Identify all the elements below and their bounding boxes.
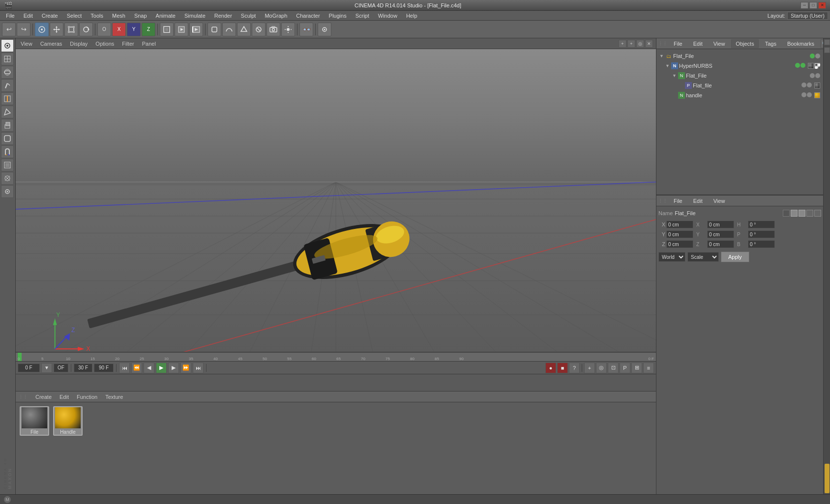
vp-menu-view[interactable]: View — [19, 40, 34, 47]
attrs-scale-select[interactable]: Scale Rotation — [687, 252, 719, 262]
render-region-btn[interactable] — [160, 23, 174, 36]
obj-vis-dot-flatfile-child[interactable] — [810, 73, 815, 78]
undo-btn[interactable]: ↩ — [2, 23, 16, 36]
stop-btn[interactable]: ■ — [557, 363, 568, 373]
obj-row-flat-file-poly[interactable]: ▶ P Flat_file — [658, 81, 821, 90]
tab-file[interactable]: File — [669, 39, 687, 48]
coord-z-pos[interactable] — [666, 240, 693, 248]
frame-down-btn[interactable]: ▼ — [41, 363, 52, 373]
attrs-icon-2[interactable] — [791, 210, 798, 217]
layout-dropdown[interactable]: Startup (User) — [787, 12, 828, 20]
polys-mode-btn[interactable]: Z — [142, 23, 155, 36]
prev-frame-btn[interactable]: ⏪ — [131, 363, 142, 373]
attrs-tab-view[interactable]: View — [709, 196, 730, 205]
next-frame-btn[interactable]: ⏩ — [180, 363, 191, 373]
menu-file[interactable]: File — [2, 12, 19, 20]
tab-view[interactable]: View — [709, 39, 730, 48]
rotate-btn[interactable] — [79, 23, 93, 36]
magnet-btn[interactable] — [1, 145, 14, 158]
obj-render-dot-hypernurbs[interactable] — [800, 63, 805, 68]
material-file[interactable]: File — [20, 406, 49, 436]
menu-tools[interactable]: Tools — [87, 12, 107, 20]
vp-ctrl-close[interactable]: ✕ — [645, 40, 653, 48]
record-btn[interactable]: ● — [545, 363, 556, 373]
play-btn[interactable]: ▶ — [156, 363, 167, 373]
obj-render-dot-poly[interactable] — [807, 83, 812, 87]
prev-key-btn[interactable]: ◀ — [144, 363, 154, 373]
menu-script[interactable]: Script — [352, 12, 373, 20]
glasses-btn[interactable]: 👓 — [299, 23, 313, 36]
knife-btn[interactable] — [1, 79, 14, 92]
next-key-btn[interactable]: ▶ — [168, 363, 179, 373]
coord-x-pos[interactable] — [666, 221, 693, 228]
fps-field[interactable] — [74, 364, 92, 372]
mat-menu-function[interactable]: Function — [75, 393, 99, 400]
obj-row-flatfile-child[interactable]: ▼ N Flat_File — [658, 71, 821, 81]
obj-vis-dot[interactable] — [810, 54, 815, 58]
menu-render[interactable]: Render — [210, 12, 236, 20]
frame-of-field[interactable] — [54, 364, 68, 372]
attrs-tab-file[interactable]: File — [669, 196, 687, 205]
apply-button[interactable]: Apply — [721, 252, 749, 262]
edge-loop-btn[interactable] — [1, 66, 14, 79]
current-frame-field[interactable] — [18, 364, 40, 372]
live-selection-btn[interactable] — [35, 23, 49, 36]
motion-btn[interactable]: P — [620, 363, 630, 373]
camera-btn[interactable] — [267, 23, 280, 36]
menu-create[interactable]: Create — [38, 12, 62, 20]
settings-btn[interactable] — [1, 185, 14, 198]
menu-snap[interactable]: Snap — [130, 12, 151, 20]
mat-menu-edit[interactable]: Edit — [58, 393, 71, 400]
menu-simulate[interactable]: Simulate — [180, 12, 209, 20]
obj-render-dot[interactable] — [815, 54, 820, 58]
viewport[interactable]: View Cameras Display Options Filter Pane… — [16, 38, 656, 352]
vp-menu-filter[interactable]: Filter — [120, 40, 136, 47]
menu-edit[interactable]: Edit — [20, 12, 37, 20]
object-mode-btn[interactable]: O — [97, 23, 111, 36]
edge-orange-tab[interactable] — [825, 464, 830, 493]
spline-btn[interactable] — [222, 23, 236, 36]
obj-row-hypernurbs[interactable]: ▼ N HyperNURBS — [658, 61, 821, 71]
vp-ctrl-full[interactable]: ◎ — [636, 40, 644, 48]
redo-btn[interactable]: ↪ — [17, 23, 30, 36]
attrs-icon-1[interactable] — [783, 210, 790, 217]
extrude-btn[interactable] — [1, 119, 14, 132]
vp-menu-panel[interactable]: Panel — [140, 40, 158, 47]
light-btn[interactable] — [281, 23, 295, 36]
bevel-btn[interactable] — [1, 132, 14, 145]
minimize-btn[interactable]: ─ — [800, 2, 808, 9]
coord-b-val[interactable] — [748, 240, 775, 248]
menu-window[interactable]: Window — [374, 12, 401, 20]
tab-objects[interactable]: Objects — [731, 39, 758, 48]
coord-h-val[interactable] — [748, 221, 775, 228]
attrs-icon-4[interactable] — [806, 210, 813, 217]
coord-p-val[interactable] — [748, 230, 775, 238]
vp-menu-options[interactable]: Options — [93, 40, 116, 47]
tab-bookmarks[interactable]: Bookmarks — [783, 39, 819, 48]
menu-select[interactable]: Select — [63, 12, 86, 20]
menu-plugins[interactable]: Plugins — [325, 12, 351, 20]
obj-row-flatfile-root[interactable]: ▼ 🗂 Flat_File — [658, 51, 821, 61]
scale-btn[interactable] — [64, 23, 78, 36]
obj-render-dot-flatfile-child[interactable] — [815, 73, 820, 78]
obj-vis-dot-poly[interactable] — [801, 83, 806, 87]
coord-y-pos[interactable] — [666, 230, 693, 238]
generator-btn[interactable] — [237, 23, 251, 36]
mesh-tools-btn[interactable] — [1, 53, 14, 65]
menu-help[interactable]: Help — [402, 12, 421, 20]
paint-btn[interactable] — [1, 172, 14, 185]
render-settings-btn[interactable] — [318, 23, 331, 36]
attrs-world-select[interactable]: World Object — [658, 252, 685, 262]
obj-vis-dot-hypernurbs[interactable] — [795, 63, 800, 68]
go-start-btn[interactable]: ⏮ — [119, 363, 130, 373]
menu-mesh[interactable]: Mesh — [108, 12, 129, 20]
go-end-btn[interactable]: ⏭ — [193, 363, 204, 373]
move-btn[interactable] — [50, 23, 63, 36]
mat-menu-texture[interactable]: Texture — [103, 393, 125, 400]
obj-vis-dot-handle[interactable] — [801, 92, 806, 97]
points-mode-btn[interactable]: X — [112, 23, 126, 36]
settings2-btn[interactable]: ≡ — [643, 363, 654, 373]
render-queue-btn[interactable] — [189, 23, 203, 36]
key-btn[interactable]: + — [584, 363, 595, 373]
transform-btn[interactable] — [1, 159, 14, 171]
